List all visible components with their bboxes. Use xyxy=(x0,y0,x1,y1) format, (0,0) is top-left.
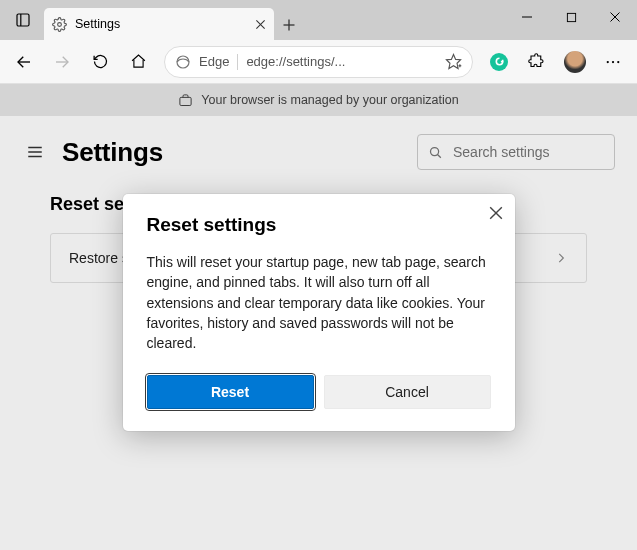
gear-icon xyxy=(52,17,67,32)
grammarly-extension-icon[interactable] xyxy=(481,45,517,79)
tab-settings[interactable]: Settings xyxy=(44,8,274,40)
close-window-button[interactable] xyxy=(593,0,637,34)
tab-strip: Settings xyxy=(0,0,304,40)
reset-dialog: Reset settings This will reset your star… xyxy=(123,194,515,431)
forward-button[interactable] xyxy=(44,45,80,79)
close-tab-icon[interactable] xyxy=(255,19,266,30)
address-product: Edge xyxy=(199,54,229,69)
window-titlebar: Settings xyxy=(0,0,637,40)
profile-avatar[interactable] xyxy=(557,45,593,79)
home-button[interactable] xyxy=(120,45,156,79)
back-button[interactable] xyxy=(6,45,42,79)
divider xyxy=(237,54,238,70)
svg-point-17 xyxy=(607,60,609,62)
more-menu-icon[interactable] xyxy=(595,45,631,79)
dialog-close-button[interactable] xyxy=(489,206,503,220)
address-bar[interactable]: Edge edge://settings/... xyxy=(164,46,473,78)
svg-point-18 xyxy=(612,60,614,62)
dialog-button-row: Reset Cancel xyxy=(147,375,491,409)
cancel-button[interactable]: Cancel xyxy=(324,375,491,409)
favorite-star-icon[interactable] xyxy=(445,53,462,70)
address-url: edge://settings/... xyxy=(246,54,345,69)
minimize-button[interactable] xyxy=(505,0,549,34)
maximize-button[interactable] xyxy=(549,0,593,34)
dialog-title: Reset settings xyxy=(147,214,491,236)
tab-title: Settings xyxy=(75,17,247,31)
svg-marker-14 xyxy=(446,54,460,68)
tab-actions-icon[interactable] xyxy=(8,0,38,40)
svg-point-2 xyxy=(58,22,62,26)
svg-rect-8 xyxy=(567,13,575,21)
extensions-icon[interactable] xyxy=(519,45,555,79)
dialog-body: This will reset your startup page, new t… xyxy=(147,252,491,353)
edge-logo-icon xyxy=(175,54,191,70)
reset-button[interactable]: Reset xyxy=(147,375,314,409)
svg-point-19 xyxy=(617,60,619,62)
browser-toolbar: Edge edge://settings/... xyxy=(0,40,637,84)
window-controls xyxy=(505,0,637,34)
svg-rect-0 xyxy=(17,14,29,26)
new-tab-button[interactable] xyxy=(274,0,304,40)
refresh-button[interactable] xyxy=(82,45,118,79)
svg-point-13 xyxy=(177,56,189,68)
